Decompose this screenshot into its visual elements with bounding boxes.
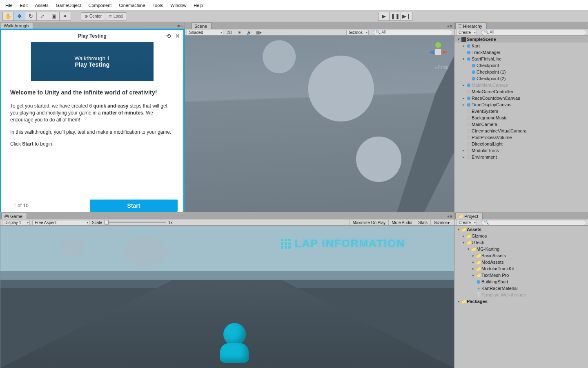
project-search[interactable]: 🔍 [481,220,586,225]
modal-body: Welcome to Unity and the infinite world … [1,81,183,195]
hierarchy-item[interactable]: ▸⬣TimeDisplayCanvas [454,101,588,108]
walkthrough-tab[interactable]: Walkthrough [1,22,33,29]
hierarchy-item[interactable]: ⬡CinemachineVirtualCamera [454,128,588,134]
hierarchy-item[interactable]: ⬣TrackManager [454,49,588,56]
hierarchy-item[interactable]: ⬡EventSystem [454,108,588,114]
project-item[interactable]: ⬣BuildingShort [454,278,588,285]
effects-icon[interactable]: ▦▾ [255,29,263,35]
gizmos-dropdown[interactable]: Gizmos [346,30,369,35]
step-button[interactable]: ▶❙ [401,12,412,21]
hierarchy-tab[interactable]: ☷Hierarchy [455,22,487,29]
2d-toggle[interactable]: 2D [226,29,233,35]
mute-audio-toggle[interactable]: Mute Audio [388,220,415,225]
project-item[interactable]: ▾📁Assets [454,226,588,233]
transform-tool[interactable]: ✦ [60,12,71,21]
pause-button[interactable]: ❚❚ [390,12,401,21]
stats-toggle[interactable]: Stats [415,220,430,225]
shading-mode-dropdown[interactable]: Shaded [187,30,223,35]
hierarchy-item[interactable]: ▸⬡Environment [454,154,588,160]
maximize-on-play-toggle[interactable]: Maximize On Play [350,220,389,225]
play-button[interactable]: ▶ [378,12,390,21]
hand-tool[interactable]: ✋ [2,12,14,21]
rotate-tool[interactable]: ↻ [25,12,37,21]
scale-tool[interactable]: ⤢ [37,12,48,21]
project-item[interactable]: ▸📁ModAssets [454,259,588,265]
menu-window[interactable]: Window [167,1,190,9]
project-tab[interactable]: 📁Project [455,213,483,219]
perspective-label[interactable]: ◂ Persp [434,65,448,70]
menu-cinemachine[interactable]: Cinemachine [115,1,149,9]
project-item[interactable]: ▾📁MG-Karting [454,246,588,252]
modal-hero: Walkthrough 1 Play Testing [31,42,154,81]
hierarchy-item[interactable]: ⬡MainCamera [454,121,588,128]
project-item[interactable]: ▸📁Gizmos [454,233,588,239]
move-tool[interactable]: ✥ [14,12,25,21]
project-item[interactable]: ❔Template Walkthrough [454,292,588,298]
menu-help[interactable]: Help [190,1,207,9]
menu-edit[interactable]: Edit [16,1,31,9]
hierarchy-item[interactable]: ⬣Checkpoint (1) [454,69,588,75]
project-item[interactable]: ▾📁UTech [454,239,588,246]
project-item[interactable]: ▸📁TextMesh Pro [454,272,588,278]
orientation-gizmo[interactable] [425,40,450,64]
hierarchy-item[interactable]: ⬡DirectionalLight [454,141,588,147]
play-controls: ▶ ❚❚ ▶❙ [378,12,412,21]
hierarchy-item[interactable]: ▸⬡ModularTrack [454,147,588,154]
hierarchy-item[interactable]: ▸⬣RaceCountdownCanvas [454,95,588,101]
walkthrough-modal: Play Testing ⟲ ✕ Walkthrough 1 Play Test… [0,29,185,219]
hierarchy-item[interactable]: ⬡BackgroundMusic [454,114,588,121]
scene-search[interactable]: 🔍 All [373,30,452,35]
refresh-icon[interactable]: ⟲ [166,33,171,39]
search-icon: 🔍 [376,30,381,34]
project-item[interactable]: ▸📁BasicAssets [454,252,588,259]
hierarchy-item[interactable]: ⬡PostProcessVolume [454,134,588,141]
menu-component[interactable]: Component [85,1,115,9]
scale-label: Scale [92,220,102,225]
hierarchy-search[interactable]: 🔍 All [481,30,586,35]
pivot-mode-button[interactable]: ⊕Center [81,12,105,20]
hierarchy-item[interactable]: ⬡MetaGameController [454,88,588,95]
game-icon: 🎮 [4,214,9,218]
panel-menu-icon[interactable]: ∗≡ [446,24,452,29]
close-icon[interactable]: ✕ [175,33,180,39]
scale-slider[interactable] [105,222,166,223]
menu-file[interactable]: File [2,1,16,9]
scene-viewport[interactable]: ◂ Persp [185,36,454,212]
rect-tool[interactable]: ▣ [48,12,60,21]
toolbar: ✋ ✥ ↻ ⤢ ▣ ✦ ⊕Center ⟳Local ▶ ❚❚ ▶❙ [0,11,588,22]
start-button[interactable]: Start [90,200,178,212]
transform-tools: ✋ ✥ ↻ ⤢ ▣ ✦ [2,12,71,21]
pivot-rotation-button[interactable]: ⟳Local [105,12,127,20]
project-tree[interactable]: ▾📁Assets▸📁Gizmos▾📁UTech▾📁MG-Karting▸📁Bas… [454,226,588,368]
center-icon: ⊕ [85,14,88,18]
welcome-heading: Welcome to Unity and the infinite world … [10,88,174,96]
menu-gameobject[interactable]: GameObject [52,1,85,9]
project-item[interactable]: ●KartRacerMaterial [454,285,588,292]
hierarchy-item[interactable]: ▸⬣Kart [454,43,588,49]
game-gizmos-dropdown[interactable]: Gizmos ▾ [430,220,452,225]
menu-assets[interactable]: Assets [31,1,52,9]
project-create-dropdown[interactable]: Create [456,220,477,225]
game-toolbar: Display 1 Free Aspect Scale 1x Maximize … [0,219,454,226]
aspect-dropdown[interactable]: Free Aspect [32,220,89,225]
hierarchy-item[interactable]: ▾⬣StartFinishLine [454,56,588,62]
panel-menu-icon[interactable]: ∗≡ [446,214,452,219]
hierarchy-item[interactable]: ▸⬣MainMenuCanvas [454,82,588,88]
project-item[interactable]: ▸📁Packages [454,298,588,305]
display-dropdown[interactable]: Display 1 [2,220,30,225]
scene-root[interactable]: ▾⬛SampleScene [454,36,588,43]
scale-value: 1x [168,220,173,225]
hierarchy-tree[interactable]: ▾⬛SampleScene▸⬣Kart⬣TrackManager▾⬣StartF… [454,36,588,212]
menu-tools[interactable]: Tools [149,1,167,9]
hierarchy-create-dropdown[interactable]: Create [456,30,477,35]
audio-icon[interactable]: 🔊 [245,29,253,35]
lighting-icon[interactable]: ☀ [236,29,243,35]
game-viewport[interactable]: LAP INFORMATION [0,226,454,368]
project-panel: 📁Project Create 🔍 ▾📁Assets▸📁Gizmos▾📁UTec… [454,212,588,368]
panel-menu-icon[interactable]: ∗≡ [177,23,183,29]
project-item[interactable]: ▸📁ModularTrackKit [454,265,588,272]
scene-tab[interactable]: Scene [192,22,212,29]
hierarchy-item[interactable]: ⬣Checkpoint (2) [454,75,588,82]
hierarchy-item[interactable]: ⬣Checkpoint [454,62,588,69]
game-tab[interactable]: 🎮Game [1,213,27,219]
